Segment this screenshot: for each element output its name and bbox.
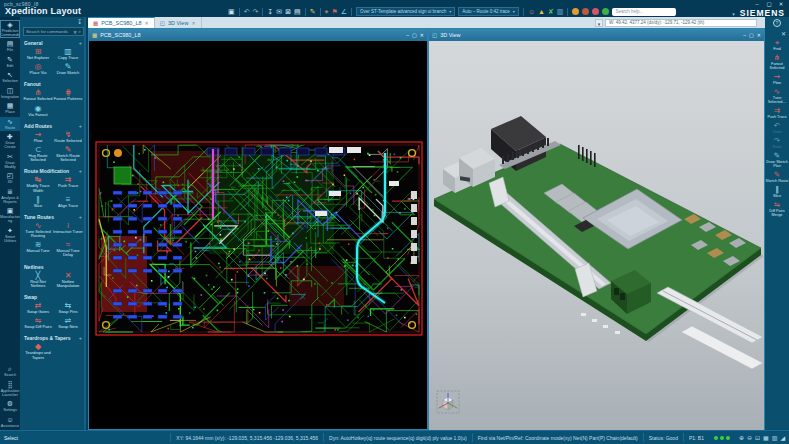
mail-icon[interactable]: ✉ (276, 7, 282, 16)
flag-icon[interactable]: ⚑ (331, 7, 337, 16)
rs-redo[interactable]: ↷Redo (765, 137, 789, 149)
rs-plow[interactable]: ⇝Plow (765, 73, 789, 85)
app-close-button[interactable]: ✕ (776, 1, 786, 7)
pin-panel-icon[interactable]: ↧ (77, 18, 82, 25)
rs-diff-pairs-merge[interactable]: ⇋Diff Pairs Merge (765, 201, 789, 217)
tab-close-icon[interactable]: ✕ (191, 20, 195, 26)
window-tile-icon[interactable]: ▦ (763, 434, 769, 441)
drc-icon[interactable]: ✘ (548, 7, 554, 16)
pin-icon[interactable]: ↧ (267, 7, 273, 16)
rs-find[interactable]: ⌖Find (765, 39, 789, 51)
autosave-status-icon[interactable] (572, 8, 579, 15)
command-real-net-netlines[interactable]: ╳Real Net Netlines (23, 271, 53, 288)
strip-search[interactable]: ⌕Search (0, 364, 20, 378)
view-3d-canvas[interactable] (429, 41, 764, 429)
pcb-2d-canvas[interactable] (89, 41, 427, 429)
command-place-via[interactable]: ◎Place Via (23, 62, 53, 75)
save-icon[interactable]: ▣ (228, 7, 235, 16)
strip-place[interactable]: ▦Place (0, 101, 20, 115)
redo-icon[interactable]: ↷ (253, 7, 259, 16)
command-route-selected[interactable]: ↯Route Selected (53, 130, 83, 143)
tab-pcb-sc980-l8[interactable]: ▦PCB_SC980_L8✕ (88, 17, 155, 28)
rs-sketch-route[interactable]: ✎Sketch Route (765, 171, 789, 183)
zoom-fit-icon[interactable]: ⊡ (755, 434, 760, 441)
section-title-swap[interactable]: Swap (24, 294, 84, 300)
section-title-teardrops-tapers[interactable]: Teardrops & Tapers+ (24, 335, 84, 341)
rs-draw-sketch-plan[interactable]: ✎Draw Sketch Plan (765, 152, 789, 168)
command-via-fanout[interactable]: ◉Via Fanout (23, 104, 53, 117)
command-draw-sketch[interactable]: ✎Draw Sketch (53, 62, 83, 75)
command-net-explorer[interactable]: ⊞Net Explorer (23, 47, 53, 60)
warning-icon[interactable]: ▲ (538, 7, 545, 16)
strip-integration[interactable]: ◫Integration (0, 86, 20, 100)
view3d-close-button[interactable]: ✕ (757, 32, 761, 38)
command-hug-route-selected[interactable]: ⊂Hug Route Selected (23, 145, 53, 162)
expand-section-icon[interactable]: + (79, 335, 82, 341)
pencil-icon[interactable]: ✎ (310, 7, 316, 16)
command-manual-tune-delay[interactable]: ≈Manual Tune Delay (53, 240, 83, 257)
review-status-icon[interactable] (592, 8, 599, 15)
pcb2d-maximize-button[interactable]: ▢ (412, 32, 417, 38)
strip-analysis-reports[interactable]: ≣Analysis & Reports (0, 187, 20, 205)
command-swap-nets[interactable]: ⇌Swap Nets (53, 316, 83, 329)
help-icon[interactable]: ? (773, 19, 781, 27)
expand-section-icon[interactable]: + (79, 168, 82, 174)
strip-route[interactable]: ∿Route (0, 117, 20, 131)
strip-app-launcher[interactable]: ⣿Application Launcher (0, 380, 20, 398)
strip-predictive-commands[interactable]: ◈Predictive Commands (0, 20, 20, 38)
command-interactive-tuner[interactable]: ≀Interactive Tuner (53, 221, 83, 238)
view-3d-titlebar[interactable]: ◰ 3D View –▢✕ (429, 29, 764, 41)
command-swap-gates[interactable]: ⇄Swap Gates (23, 301, 53, 314)
command-search-box[interactable]: Search for commands ✕ ⌕ (23, 27, 84, 36)
measure-icon[interactable]: ∠ (341, 7, 347, 16)
strip-draw-create[interactable]: ✚Draw Create (0, 132, 20, 150)
section-title-general[interactable]: General+ (24, 40, 84, 46)
expand-section-icon[interactable]: + (79, 40, 82, 46)
coordinate-dropdown-caret[interactable]: ▾ (595, 19, 603, 27)
command-manual-tune[interactable]: ≋Manual Tune (23, 240, 53, 257)
search-icon[interactable]: ⌕ (78, 28, 81, 35)
section-title-tune-routes[interactable]: Tune Routes+ (24, 214, 84, 220)
zoom-out-icon[interactable]: ⊖ (747, 434, 752, 441)
help-search-input[interactable]: Search help... (612, 8, 676, 16)
command-plow[interactable]: ⇝Plow (23, 130, 53, 143)
tab-3d-view[interactable]: ◰3D View✕ (155, 17, 202, 28)
command-sketch-route-selected[interactable]: ✎Sketch Route Selected (53, 145, 83, 162)
command-slice[interactable]: ∥Slice (23, 195, 53, 208)
command-netline-manipulation[interactable]: ✕Netline Manipulation (53, 271, 83, 288)
window-cascade-icon[interactable]: ▥ (772, 434, 778, 441)
scheme-dropdown[interactable]: Over ST-Template advanced sign ui branch… (356, 7, 455, 16)
rs-fanout-selected[interactable]: ⋔Fanout Selected (765, 54, 789, 70)
strip-selection[interactable]: ↖Selection (0, 70, 20, 84)
strip-smart-utilities[interactable]: ✦Smart Utilities (0, 226, 20, 244)
strip-manufacturing[interactable]: ▣Manufacturing (0, 206, 20, 224)
pcb2d-close-button[interactable]: ✕ (420, 32, 424, 38)
command-fanout-patterns[interactable]: ⋕Fanout Patterns (53, 88, 83, 101)
section-title-route-modification[interactable]: Route Modification+ (24, 168, 84, 174)
close-strip-icon[interactable]: ✕ (781, 30, 786, 37)
resize-grip[interactable]: ◢ (780, 434, 785, 441)
command-copy-trace[interactable]: ▥Copy Trace (53, 47, 83, 60)
command-teardrops-and-tapers[interactable]: ◆Teardrops and Tapers (23, 342, 53, 359)
rs-tune-selected[interactable]: ∿Tune Selected… (765, 88, 789, 104)
tab-close-icon[interactable]: ✕ (145, 20, 149, 26)
rs-undo[interactable]: ↶Undo (765, 122, 789, 134)
command-fanout-selected[interactable]: ⋔Fanout Selected (23, 88, 53, 101)
section-title-fanout[interactable]: Fanout (24, 81, 84, 87)
license-dropdown[interactable]: Auto – Route 0:42 trace▾ (458, 7, 519, 16)
section-title-add-routes[interactable]: Add Routes+ (24, 123, 84, 129)
online-status-icon[interactable] (602, 8, 609, 15)
command-modify-trace-width[interactable]: ↹Modify Trace Width (23, 175, 53, 192)
pcb2d-minimize-button[interactable]: – (406, 32, 409, 38)
rs-push-trace[interactable]: ⇉Push Trace (765, 107, 789, 119)
command-tune-selected-routing[interactable]: ∿Tune Selected Routing (23, 221, 53, 238)
command-swap-pins[interactable]: ⇆Swap Pins (53, 301, 83, 314)
strip-settings[interactable]: ⚙Settings (0, 399, 20, 413)
sync-status-icon[interactable] (582, 8, 589, 15)
command-push-trace[interactable]: ⇉Push Trace (53, 175, 83, 192)
strip-assistance[interactable]: ☺Assistance (0, 415, 20, 429)
zoom-in-icon[interactable]: ⊕ (739, 434, 744, 441)
pcb-2d-titlebar[interactable]: ▦ PCB_SC980_L8 –▢✕ (89, 29, 427, 41)
expand-section-icon[interactable]: + (79, 214, 82, 220)
app-minimize-button[interactable]: – (752, 1, 762, 7)
